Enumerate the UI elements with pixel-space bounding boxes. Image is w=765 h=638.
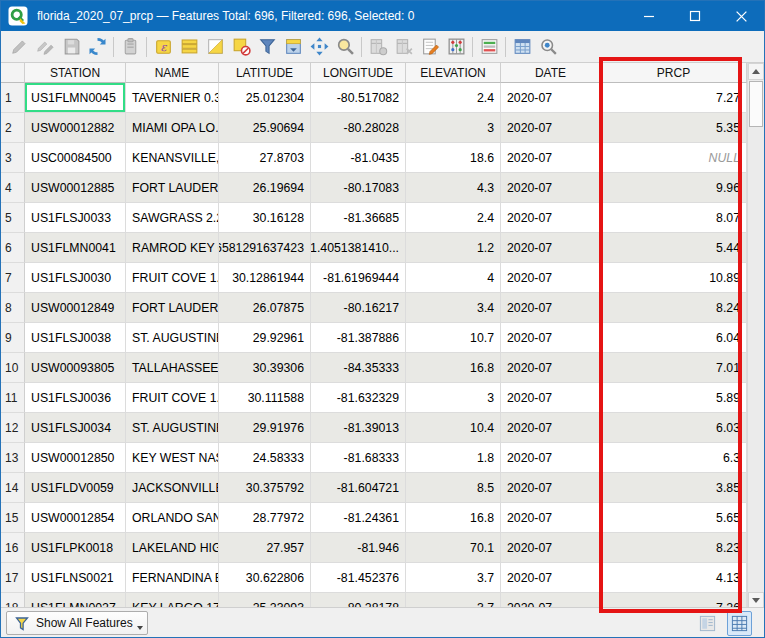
cell-name[interactable]: ST. AUGUSTINE ... — [126, 413, 219, 443]
delete-field-button[interactable] — [391, 34, 417, 60]
row-number-cell[interactable]: 1 — [1, 83, 25, 113]
cell-station[interactable]: US1FLNS0021 — [25, 563, 126, 593]
deselect-all-button[interactable] — [228, 34, 254, 60]
pan-to-selection-button[interactable] — [306, 34, 332, 60]
row-number-cell[interactable]: 14 — [1, 473, 25, 503]
cell-longitude[interactable]: -81.24361 — [311, 503, 406, 533]
cell-station[interactable]: US1FLMN0045 — [25, 83, 126, 113]
toggle-editing-button[interactable] — [6, 34, 32, 60]
cell-date[interactable]: 2020-07 — [501, 233, 601, 263]
cell-prcp[interactable]: 6.03 — [601, 413, 747, 443]
cell-station[interactable]: US1FLMN0027 — [25, 593, 126, 608]
cell-longitude[interactable]: -81.39013 — [311, 413, 406, 443]
new-field-button[interactable] — [365, 34, 391, 60]
cell-station[interactable]: US1FLSJ0038 — [25, 323, 126, 353]
cell-prcp[interactable]: 5.89 — [601, 383, 747, 413]
select-all-button[interactable] — [176, 34, 202, 60]
cell-station[interactable]: US1FLPK0018 — [25, 533, 126, 563]
cell-elevation[interactable]: 1.2 — [406, 233, 501, 263]
cell-prcp[interactable]: 9.96 — [601, 173, 747, 203]
row-number-cell[interactable]: 16 — [1, 533, 25, 563]
cell-station[interactable]: USW00012849 — [25, 293, 126, 323]
row-number-cell[interactable]: 8 — [1, 293, 25, 323]
cell-name[interactable]: KEY LARGO 17... — [126, 593, 219, 608]
cell-longitude[interactable]: -81.68333 — [311, 443, 406, 473]
row-number-cell[interactable]: 11 — [1, 383, 25, 413]
cell-date[interactable]: 2020-07 — [501, 473, 601, 503]
row-number-cell[interactable]: 10 — [1, 353, 25, 383]
row-number-cell[interactable]: 3 — [1, 143, 25, 173]
reload-button[interactable] — [84, 34, 110, 60]
cell-elevation[interactable]: 3.4 — [406, 293, 501, 323]
cell-name[interactable]: LAKELAND HIG... — [126, 533, 219, 563]
cell-longitude[interactable]: -81.946 — [311, 533, 406, 563]
cell-name[interactable]: KENANSVILLE, ... — [126, 143, 219, 173]
cell-elevation[interactable]: 10.7 — [406, 323, 501, 353]
cell-elevation[interactable]: 18.6 — [406, 143, 501, 173]
row-number-cell[interactable]: 17 — [1, 563, 25, 593]
cell-elevation[interactable]: 3.7 — [406, 563, 501, 593]
cell-latitude[interactable]: 24.58333 — [219, 443, 311, 473]
cell-latitude[interactable]: 30.111588 — [219, 383, 311, 413]
multi-edit-button[interactable] — [32, 34, 58, 60]
scrollbar-thumb[interactable] — [749, 81, 763, 127]
cell-prcp[interactable]: 3.85 — [601, 473, 747, 503]
cell-date[interactable]: 2020-07 — [501, 113, 601, 143]
row-number-header[interactable] — [1, 63, 25, 83]
cell-latitude[interactable]: 29.92961 — [219, 323, 311, 353]
column-header-latitude[interactable]: LATITUDE — [219, 63, 311, 83]
cell-date[interactable]: 2020-07 — [501, 383, 601, 413]
cell-latitude[interactable]: 30.375792 — [219, 473, 311, 503]
cell-longitude[interactable]: -81.604721 — [311, 473, 406, 503]
cell-name[interactable]: SAWGRASS 2.2 ... — [126, 203, 219, 233]
cell-elevation[interactable]: 4.3 — [406, 173, 501, 203]
cell-date[interactable]: 2020-07 — [501, 353, 601, 383]
cell-latitude[interactable]: 25.012304 — [219, 83, 311, 113]
filter-by-form-button[interactable] — [254, 34, 280, 60]
cell-prcp[interactable]: 6.04 — [601, 323, 747, 353]
cell-name[interactable]: TAVERNIER 0.3 ... — [126, 83, 219, 113]
cell-longitude[interactable]: -81.4051381410... — [311, 233, 406, 263]
cell-station[interactable]: US1FLSJ0036 — [25, 383, 126, 413]
scroll-down-button[interactable] — [748, 592, 764, 608]
column-header-name[interactable]: NAME — [126, 63, 219, 83]
cell-latitude[interactable]: 25.23093 — [219, 593, 311, 608]
cell-latitude[interactable]: 26.19694 — [219, 173, 311, 203]
cell-date[interactable]: 2020-07 — [501, 203, 601, 233]
row-number-cell[interactable]: 7 — [1, 263, 25, 293]
cell-date[interactable]: 2020-07 — [501, 263, 601, 293]
cell-station[interactable]: USW00012882 — [25, 113, 126, 143]
cell-longitude[interactable]: -81.36685 — [311, 203, 406, 233]
cell-date[interactable]: 2020-07 — [501, 413, 601, 443]
row-number-cell[interactable]: 9 — [1, 323, 25, 353]
cell-prcp[interactable]: 7.27 — [601, 83, 747, 113]
close-button[interactable] — [718, 1, 764, 31]
cell-longitude[interactable]: -80.517082 — [311, 83, 406, 113]
cell-longitude[interactable]: -81.0435 — [311, 143, 406, 173]
column-header-prcp[interactable]: PRCP — [601, 63, 747, 83]
cell-longitude[interactable]: -84.35333 — [311, 353, 406, 383]
cell-prcp[interactable]: 5.65 — [601, 503, 747, 533]
row-number-cell[interactable]: 12 — [1, 413, 25, 443]
row-number-cell[interactable]: 5 — [1, 203, 25, 233]
search-features-button[interactable] — [535, 34, 561, 60]
cell-date[interactable]: 2020-07 — [501, 143, 601, 173]
cell-name[interactable]: RAMROD KEY 0... — [126, 233, 219, 263]
cell-latitude[interactable]: 30.12861944 — [219, 263, 311, 293]
row-number-cell[interactable]: 13 — [1, 443, 25, 473]
select-by-expression-button[interactable]: ε — [150, 34, 176, 60]
minimize-button[interactable] — [626, 1, 672, 31]
cell-prcp[interactable]: 10.89 — [601, 263, 747, 293]
save-edits-button[interactable] — [58, 34, 84, 60]
maximize-button[interactable] — [672, 1, 718, 31]
cell-name[interactable]: KEY WEST NAS,... — [126, 443, 219, 473]
cell-longitude[interactable]: -80.28178 — [311, 593, 406, 608]
cell-elevation[interactable]: 3 — [406, 113, 501, 143]
cell-prcp[interactable]: 7.26 — [601, 593, 747, 608]
zoom-to-selection-button[interactable] — [332, 34, 358, 60]
cell-prcp[interactable]: 6.3 — [601, 443, 747, 473]
cell-elevation[interactable]: 3 — [406, 383, 501, 413]
cell-elevation[interactable]: 2.4 — [406, 203, 501, 233]
cell-prcp[interactable]: 5.44 — [601, 233, 747, 263]
cell-date[interactable]: 2020-07 — [501, 593, 601, 608]
